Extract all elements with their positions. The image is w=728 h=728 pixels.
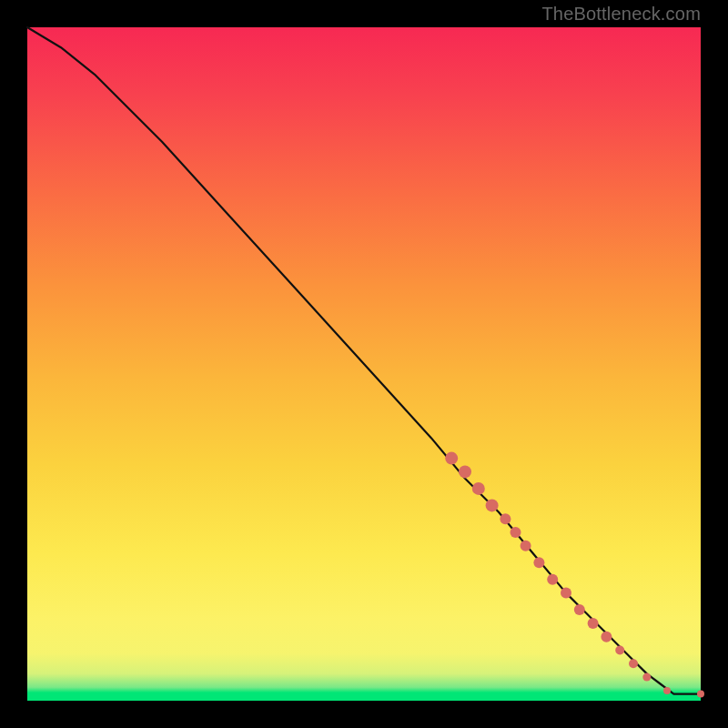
scatter-point bbox=[511, 527, 521, 538]
scatter-point bbox=[663, 687, 671, 694]
scatter-point bbox=[561, 588, 571, 599]
scatter-point bbox=[533, 557, 544, 568]
chart-frame: TheBottleneck.com bbox=[0, 0, 728, 728]
scatter-point bbox=[547, 574, 558, 585]
scatter-point bbox=[601, 632, 612, 642]
scatter-point bbox=[615, 646, 624, 655]
plot-area bbox=[27, 27, 701, 701]
scatter-point bbox=[521, 541, 531, 551]
watermark-text: TheBottleneck.com bbox=[541, 4, 701, 25]
scatter-point bbox=[472, 482, 485, 495]
scatter-point bbox=[500, 513, 511, 524]
chart-svg bbox=[27, 27, 701, 701]
scatter-point bbox=[642, 673, 651, 682]
scatter-point bbox=[459, 465, 471, 478]
scatter-group bbox=[445, 452, 704, 698]
scatter-point bbox=[574, 604, 585, 615]
scatter-point bbox=[629, 659, 638, 668]
scatter-point bbox=[588, 618, 599, 629]
curve-path bbox=[27, 27, 701, 694]
scatter-point bbox=[445, 452, 458, 465]
scatter-point bbox=[697, 691, 704, 698]
scatter-point bbox=[486, 499, 499, 511]
